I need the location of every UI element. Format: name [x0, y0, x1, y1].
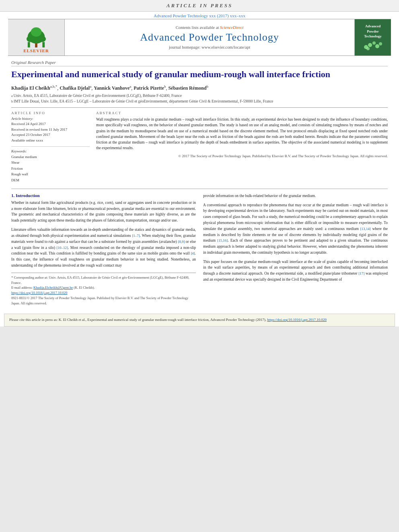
right-paragraph-2: A conventional approach to reproduce the…: [203, 202, 388, 256]
journal-title: Advanced Powder Technology: [140, 31, 279, 43]
article-info-col: ARTICLE INFO Article history: Received 2…: [11, 111, 90, 183]
elsevier-logo: ELSEVIER: [23, 27, 49, 53]
article-info-title: ARTICLE INFO: [11, 111, 90, 115]
svg-rect-0: [28, 42, 30, 47]
abstract-title: ABSTRACT: [96, 111, 388, 115]
cite-8-9: [8,9]: [178, 240, 185, 244]
history-revised: Received in revised form 11 July 2017: [11, 127, 90, 133]
intro-heading: 1. Introduction: [11, 193, 196, 198]
info-abstract-layout: ARTICLE INFO Article history: Received 2…: [11, 107, 388, 183]
cite-15-16: [15,16]: [217, 238, 228, 242]
contents-line: Contents lists available at ScienceDirec…: [176, 25, 244, 30]
authors-line: Khadija El Cheikha,b,*, Chafika Djelala,…: [11, 84, 388, 91]
journal-header-main: ELSEVIER Contents lists available at Sci…: [8, 19, 391, 56]
keyword-5: DEM: [11, 177, 90, 183]
elsevier-tree-icon: [24, 27, 48, 47]
sciencedirect-link[interactable]: ScienceDirect: [220, 25, 244, 30]
cite-notice-bar: Please cite this article in press as: K.…: [4, 314, 395, 327]
affil-a: a Univ. Artois, EA 4515, Laboratoire de …: [11, 93, 388, 99]
journal-header-top: Advanced Powder Technology xxx (2017) xx…: [0, 12, 399, 19]
journal-logo-inner: AdvancedPowderTechnology: [357, 23, 389, 53]
banner-text: ARTICLE IN PRESS: [167, 2, 232, 8]
text-col-right: provide information on the bulk-related …: [203, 193, 388, 306]
article-type-label: Original Research Paper: [11, 60, 388, 66]
keyword-3: Friction: [11, 166, 90, 171]
cite-17: [17]: [358, 271, 364, 275]
journal-header-center: Contents lists available at ScienceDirec…: [64, 19, 355, 55]
history-online: Available online xxxx: [11, 138, 90, 144]
author-patrick: Patrick Pizette: [134, 85, 164, 91]
article-title: Experimental and numerical study of gran…: [11, 69, 388, 80]
svg-point-4: [27, 36, 34, 42]
footnote-asterisk: * Corresponding author at: Univ. Artois,…: [11, 275, 196, 286]
journal-homepage: journal homepage: www.elsevier.com/locat…: [169, 45, 250, 49]
svg-point-9: [372, 41, 376, 45]
keyword-4: Rough wall: [11, 171, 90, 177]
author-sebastien: Sébastien Rémond: [168, 85, 206, 91]
paragraph-2: Literature offers valuable information t…: [11, 227, 196, 269]
cite-notice-text: Please cite this article in press as: K.…: [9, 318, 266, 322]
paragraph-1: Whether in natural form like agricultura…: [11, 200, 196, 224]
abstract-text: Wall roughness plays a crucial role in g…: [96, 117, 388, 151]
affil-b-text: IMT Lille Douai, Univ. Lille, EA 4515 – …: [14, 99, 273, 104]
cite-1-7: [1–7]: [132, 234, 140, 238]
history-accepted: Accepted 23 October 2017: [11, 132, 90, 138]
affil-a-text: Univ. Artois, EA 4515, Laboratoire de Gé…: [14, 93, 182, 99]
email-link[interactable]: Khadija.Elcheikh@Ugent.be: [33, 286, 73, 290]
journal-logo-text: AdvancedPowderTechnology: [364, 24, 382, 39]
cite-13-14: [13,14]: [360, 227, 371, 231]
journal-citation: Advanced Powder Technology xxx (2017) xx…: [154, 13, 245, 18]
keywords-label: Keywords:: [11, 149, 90, 153]
doi-link[interactable]: https://doi.org/10.1016/j.apt.2017.10.02…: [11, 291, 68, 295]
copyright-line: © 2017 The Society of Powder Technology …: [96, 154, 388, 159]
keywords-section: Keywords: Granular medium Shear Friction…: [11, 146, 90, 183]
keyword-1: Granular medium: [11, 154, 90, 160]
svg-point-6: [31, 27, 42, 37]
footnote-email: E-mail address: Khadija.Elcheikh@Ugent.b…: [11, 285, 196, 290]
affil-b: b IMT Lille Douai, Univ. Lille, EA 4515 …: [11, 99, 388, 104]
author-khadija: Khadija El Cheikh: [11, 85, 50, 91]
affiliations: a Univ. Artois, EA 4515, Laboratoire de …: [11, 93, 388, 105]
abstract-col: ABSTRACT Wall roughness plays a crucial …: [96, 111, 388, 183]
cite-10-12: [10–12]: [57, 246, 68, 250]
article-history: Article history: Received 24 April 2017 …: [11, 117, 90, 143]
cite-4: [4]: [191, 251, 195, 255]
cite-notice-doi[interactable]: https://doi.org/10.1016/j.apt.2017.10.02…: [267, 318, 327, 322]
svg-point-11: [379, 42, 382, 45]
history-label: Article history:: [11, 117, 90, 121]
svg-point-10: [375, 44, 379, 48]
right-paragraph-3: This paper focuses on the granular mediu…: [203, 259, 388, 283]
journal-logo-graphic: [362, 39, 384, 51]
journal-logo-box: AdvancedPowderTechnology: [355, 19, 391, 55]
issn-line: 0921-8831/© 2017 The Society of Powder T…: [11, 296, 196, 306]
footnote-area: * Corresponding author at: Univ. Artois,…: [11, 273, 196, 306]
svg-point-5: [38, 36, 46, 42]
author-yannick: Yannick Vanhove: [94, 85, 130, 91]
page-wrapper: ARTICLE IN PRESS Advanced Powder Technol…: [0, 0, 399, 327]
right-paragraph-1: provide information on the bulk-related …: [203, 193, 388, 199]
svg-point-8: [368, 43, 372, 47]
text-col-left: 1. Introduction Whether in natural form …: [11, 193, 196, 306]
elsevier-text: ELSEVIER: [23, 48, 49, 53]
keyword-2: Shear: [11, 160, 90, 165]
main-text: 1. Introduction Whether in natural form …: [11, 189, 388, 306]
history-received: Received 24 April 2017: [11, 121, 90, 127]
elsevier-logo-area: ELSEVIER: [8, 19, 64, 55]
svg-rect-1: [42, 42, 45, 47]
article-in-press-banner: ARTICLE IN PRESS: [0, 0, 399, 12]
svg-point-12: [366, 47, 370, 50]
footnote-doi: https://doi.org/10.1016/j.apt.2017.10.02…: [11, 290, 196, 296]
author-chafika: Chafika Djelal: [60, 85, 90, 91]
article-body: Original Research Paper Experimental and…: [0, 56, 399, 310]
